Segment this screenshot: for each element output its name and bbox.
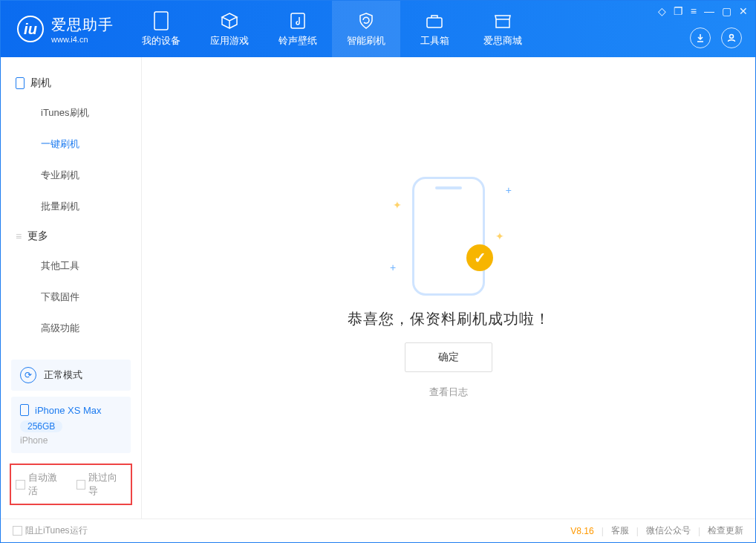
title-bar: iu 爱思助手 www.i4.cn 我的设备 应用游戏 铃声壁纸 智能刷机 xyxy=(1,1,755,57)
checkbox-icon xyxy=(76,480,86,490)
tab-label: 爱思商城 xyxy=(483,34,522,48)
menu-icon[interactable]: ≡ xyxy=(691,5,697,17)
user-button[interactable] xyxy=(721,27,742,48)
device-type: iPhone xyxy=(20,435,122,446)
list-icon: ≡ xyxy=(16,230,22,242)
view-log-link[interactable]: 查看日志 xyxy=(429,386,468,399)
app-name-en: www.i4.cn xyxy=(51,35,114,44)
sidebar-item-pro-flash[interactable]: 专业刷机 xyxy=(1,160,141,191)
group-title: 更多 xyxy=(27,230,48,243)
sidebar-group-more: ≡ 更多 xyxy=(1,222,141,250)
flash-options-row: 自动激活 跳过向导 xyxy=(10,464,132,505)
phone-outline-icon: ✓ xyxy=(412,177,485,296)
phone-icon xyxy=(20,404,29,416)
sparkle-icon: ✦ xyxy=(393,199,402,211)
tab-label: 我的设备 xyxy=(142,34,180,48)
tab-smart-flash[interactable]: 智能刷机 xyxy=(332,1,400,57)
main-content: ✓ ✦ + + ✦ 恭喜您，保资料刷机成功啦！ 确定 查看日志 xyxy=(142,57,755,518)
device-name: iPhone XS Max xyxy=(35,405,102,416)
maximize-button[interactable]: ▢ xyxy=(722,5,731,17)
tab-label: 工具箱 xyxy=(420,34,449,48)
checkbox-auto-activate[interactable]: 自动激活 xyxy=(16,471,66,498)
tab-label: 铃声壁纸 xyxy=(278,34,317,48)
skin-icon[interactable]: ◇ xyxy=(658,5,666,17)
mode-icon: ⟳ xyxy=(20,367,36,383)
checkbox-label: 阻止iTunes运行 xyxy=(25,524,88,537)
device-mode-card[interactable]: ⟳ 正常模式 xyxy=(11,360,131,391)
svg-rect-2 xyxy=(427,18,442,27)
checkbox-label: 自动激活 xyxy=(28,471,66,498)
logo-area: iu 爱思助手 www.i4.cn xyxy=(1,1,127,57)
tab-store[interactable]: 爱思商城 xyxy=(469,1,537,57)
tab-ringtones-wallpapers[interactable]: 铃声壁纸 xyxy=(264,1,332,57)
app-title: 爱思助手 www.i4.cn xyxy=(51,15,114,44)
body: 刷机 iTunes刷机 一键刷机 专业刷机 批量刷机 ≡ 更多 其他工具 下载固… xyxy=(1,57,755,518)
sidebar-item-other-tools[interactable]: 其他工具 xyxy=(1,250,141,282)
success-message: 恭喜您，保资料刷机成功啦！ xyxy=(348,309,550,329)
mode-label: 正常模式 xyxy=(44,368,82,382)
status-link-check-update[interactable]: 检查更新 xyxy=(708,524,743,537)
status-link-support[interactable]: 客服 xyxy=(611,524,629,537)
minimize-button[interactable]: — xyxy=(704,5,714,17)
sidebar-item-one-click-flash[interactable]: 一键刷机 xyxy=(1,129,141,160)
tab-apps-games[interactable]: 应用游戏 xyxy=(195,1,264,57)
phone-icon xyxy=(16,77,25,89)
store-icon xyxy=(492,10,513,31)
tab-label: 应用游戏 xyxy=(210,34,249,48)
checkbox-icon xyxy=(16,480,25,490)
app-window: iu 爱思助手 www.i4.cn 我的设备 应用游戏 铃声壁纸 智能刷机 xyxy=(0,0,756,543)
checkbox-block-itunes[interactable]: 阻止iTunes运行 xyxy=(13,524,88,537)
download-button[interactable] xyxy=(690,27,711,48)
app-name-cn: 爱思助手 xyxy=(51,15,114,35)
device-capacity-badge: 256GB xyxy=(20,420,62,432)
status-link-wechat[interactable]: 微信公众号 xyxy=(646,524,691,537)
close-button[interactable]: ✕ xyxy=(739,5,748,17)
tab-toolbox[interactable]: 工具箱 xyxy=(400,1,469,57)
tab-my-device[interactable]: 我的设备 xyxy=(127,1,195,57)
sidebar-item-itunes-flash[interactable]: iTunes刷机 xyxy=(1,97,141,129)
success-illustration: ✓ ✦ + + ✦ xyxy=(412,177,485,296)
sidebar-group-flash: 刷机 xyxy=(1,69,141,97)
shield-refresh-icon xyxy=(356,10,377,31)
sidebar: 刷机 iTunes刷机 一键刷机 专业刷机 批量刷机 ≡ 更多 其他工具 下载固… xyxy=(1,57,142,518)
top-nav-tabs: 我的设备 应用游戏 铃声壁纸 智能刷机 工具箱 爱思商城 xyxy=(127,1,537,57)
svg-point-3 xyxy=(730,35,734,39)
svg-rect-0 xyxy=(154,12,168,30)
tab-label: 智能刷机 xyxy=(347,34,385,48)
music-note-icon xyxy=(287,10,308,31)
sparkle-icon: + xyxy=(506,184,512,196)
sidebar-item-advanced[interactable]: 高级功能 xyxy=(1,313,141,344)
checkbox-label: 跳过向导 xyxy=(88,471,126,498)
device-info-card[interactable]: iPhone XS Max 256GB iPhone xyxy=(11,397,131,453)
checkbox-icon xyxy=(13,526,22,536)
status-bar: 阻止iTunes运行 V8.16 | 客服 | 微信公众号 | 检查更新 xyxy=(1,518,755,542)
ok-button[interactable]: 确定 xyxy=(405,342,492,372)
window-controls: ◇ ❐ ≡ — ▢ ✕ xyxy=(658,5,748,17)
device-icon xyxy=(151,10,172,31)
sparkle-icon: + xyxy=(390,261,396,273)
cube-icon xyxy=(219,10,240,31)
sidebar-item-download-firmware[interactable]: 下载固件 xyxy=(1,282,141,313)
header-actions xyxy=(690,27,742,48)
sparkle-icon: ✦ xyxy=(495,230,504,242)
app-logo-icon: iu xyxy=(17,16,44,42)
feedback-icon[interactable]: ❐ xyxy=(674,5,683,17)
toolbox-icon xyxy=(424,10,445,31)
group-title: 刷机 xyxy=(30,77,51,90)
checkmark-badge-icon: ✓ xyxy=(466,244,493,271)
svg-rect-1 xyxy=(291,13,304,28)
sidebar-item-batch-flash[interactable]: 批量刷机 xyxy=(1,191,141,222)
checkbox-skip-guide[interactable]: 跳过向导 xyxy=(76,471,127,498)
version-label: V8.16 xyxy=(570,526,593,536)
